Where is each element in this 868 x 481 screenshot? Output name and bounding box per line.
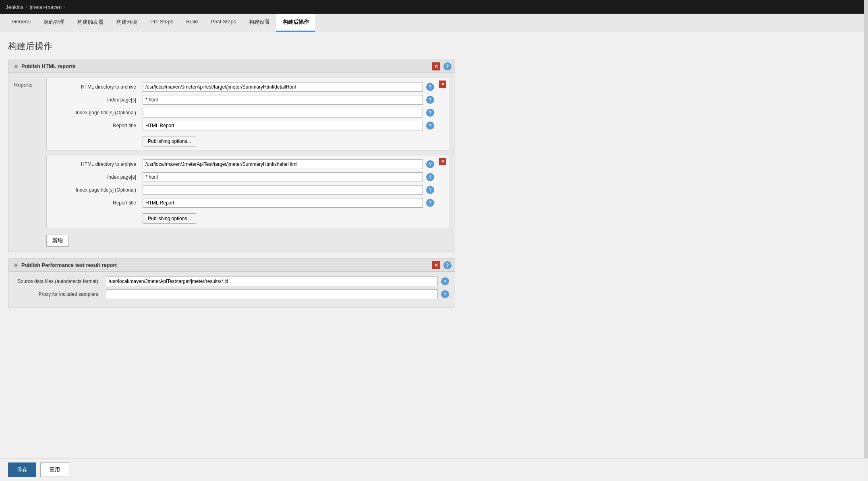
report-1-html-dir-input[interactable] [143, 82, 423, 92]
report-2-html-dir-input[interactable] [143, 159, 423, 169]
report-1-publishing-row: Publishing options... [51, 134, 434, 147]
panel-perf-icon: ▣ [14, 262, 18, 268]
tab-env[interactable]: 构建环境 [110, 14, 144, 32]
report-1-index-titles-row: Index page title[s] (Optional) ? [51, 108, 434, 118]
report-2-html-dir-help[interactable]: ? [426, 160, 434, 168]
report-2-index-pages-label: Index page[s] [51, 174, 139, 180]
report-2-report-title-label: Report title [51, 200, 139, 206]
report-1-index-pages-help[interactable]: ? [426, 96, 434, 104]
add-report-btn[interactable]: 新增 [46, 235, 69, 247]
scrollbar[interactable] [864, 0, 868, 481]
panel-performance-close[interactable]: ✕ [432, 261, 440, 269]
report-2-index-pages-input[interactable] [143, 172, 423, 182]
content-wrapper: General 源码管理 构建触发器 构建环境 Pre Steps Build … [0, 14, 868, 481]
panel-publish-html: ▣ Publish HTML reports ✕ ? Reports ✕ HTM… [8, 60, 455, 252]
panel-performance-help[interactable]: ? [443, 261, 452, 269]
report-2-report-title-row: Report title ? [51, 198, 434, 208]
report-2-index-titles-input[interactable] [143, 185, 423, 195]
report-2-report-title-help[interactable]: ? [426, 199, 434, 207]
reports-label: Reports [14, 78, 46, 247]
report-1-html-dir-label: HTML directory to archive [51, 84, 139, 90]
report-2-close-btn[interactable]: ✕ [439, 158, 446, 165]
tab-postbuild[interactable]: 构建后操作 [276, 14, 315, 32]
breadcrumb-chevron-1: › [26, 4, 27, 9]
section-container: 构建后操作 ▣ Publish HTML reports ✕ ? Reports… [0, 32, 463, 308]
tab-build[interactable]: Build [180, 14, 204, 32]
report-1-publishing-btn[interactable]: Publishing options... [143, 136, 196, 147]
tab-triggers[interactable]: 构建触发器 [71, 14, 110, 32]
panel-performance-body: Source data files (autodetects format): … [8, 272, 455, 307]
report-block-1: ✕ HTML directory to archive ? Index page… [46, 78, 449, 151]
perf-proxy-label: Proxy for included samplers: [14, 291, 103, 297]
report-1-report-title-input[interactable] [143, 121, 423, 130]
report-2-index-titles-row: Index page title[s] (Optional) ? [51, 185, 434, 195]
panel-performance-title: Publish Performance test result report [21, 262, 117, 268]
perf-source-help[interactable]: ? [441, 277, 449, 285]
panel-publish-html-title: Publish HTML reports [21, 63, 76, 69]
reports-outer: Reports ✕ HTML directory to archive ? [14, 78, 449, 247]
perf-source-label: Source data files (autodetects format): [14, 279, 103, 284]
report-1-index-titles-label: Index page title[s] (Optional) [51, 110, 139, 116]
panel-publish-html-close[interactable]: ✕ [432, 62, 440, 70]
panel-icon: ▣ [14, 64, 18, 69]
project-link[interactable]: jmeter-maven [30, 4, 62, 10]
report-1-index-titles-help[interactable]: ? [426, 109, 434, 117]
report-2-index-pages-row: Index page[s] ? [51, 172, 434, 182]
report-1-index-titles-input[interactable] [143, 108, 423, 118]
tab-general[interactable]: General [6, 14, 37, 32]
bottom-actions: 保存 应用 [0, 458, 868, 481]
add-report-row: 新增 [46, 232, 449, 247]
panel-publish-html-help[interactable]: ? [443, 62, 452, 70]
tab-presteps[interactable]: Pre Steps [144, 14, 180, 32]
report-1-html-dir-row: HTML directory to archive ? [51, 82, 434, 92]
report-2-publishing-row: Publishing options... [51, 211, 434, 224]
perf-source-row: Source data files (autodetects format): … [14, 277, 449, 286]
breadcrumb-chevron-2: › [64, 4, 66, 9]
report-block-2: ✕ HTML directory to archive ? Index page… [46, 155, 449, 228]
report-2-html-dir-label: HTML directory to archive [51, 161, 139, 167]
perf-proxy-help[interactable]: ? [441, 290, 449, 298]
report-2-publishing-btn[interactable]: Publishing options... [143, 213, 196, 224]
report-1-index-pages-input[interactable] [143, 95, 423, 105]
tabs-bar: General 源码管理 构建触发器 构建环境 Pre Steps Build … [0, 14, 868, 32]
report-2-html-dir-row: HTML directory to archive ? [51, 159, 434, 169]
report-1-index-pages-row: Index page[s] ? [51, 95, 434, 105]
tab-settings[interactable]: 构建设置 [242, 14, 276, 32]
report-1-report-title-label: Report title [51, 123, 139, 128]
panel-performance-header: ▣ Publish Performance test result report [8, 259, 455, 272]
panel-publish-html-body: Reports ✕ HTML directory to archive ? [8, 73, 455, 252]
report-2-report-title-input[interactable] [143, 198, 423, 208]
report-1-html-dir-help[interactable]: ? [426, 83, 434, 91]
panel-performance: ▣ Publish Performance test result report… [8, 258, 455, 308]
save-button[interactable]: 保存 [8, 462, 36, 477]
report-1-report-title-row: Report title ? [51, 121, 434, 130]
report-2-index-titles-label: Index page title[s] (Optional) [51, 187, 139, 193]
report-2-index-titles-help[interactable]: ? [426, 186, 434, 194]
report-2-index-pages-help[interactable]: ? [426, 173, 434, 181]
report-1-index-pages-label: Index page[s] [51, 97, 139, 103]
panel-publish-html-header: ▣ Publish HTML reports [8, 60, 455, 73]
page-title: 构建后操作 [8, 40, 455, 52]
top-bar: Jenkins › jmeter-maven › [0, 0, 868, 14]
tab-source[interactable]: 源码管理 [37, 14, 71, 32]
report-1-report-title-help[interactable]: ? [426, 122, 434, 130]
report-1-close-btn[interactable]: ✕ [439, 81, 446, 88]
tab-poststeps[interactable]: Post Steps [204, 14, 242, 32]
perf-proxy-row: Proxy for included samplers: ? [14, 289, 449, 299]
perf-proxy-input[interactable] [106, 289, 438, 299]
jenkins-link[interactable]: Jenkins [6, 4, 23, 10]
perf-source-input[interactable] [106, 277, 438, 286]
reports-content: ✕ HTML directory to archive ? Index page… [46, 78, 449, 247]
apply-button[interactable]: 应用 [40, 462, 69, 477]
